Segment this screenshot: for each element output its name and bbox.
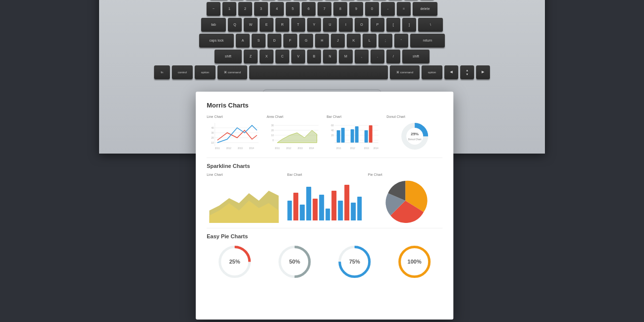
svg-rect-36 — [355, 126, 359, 143]
divider-2 — [207, 228, 442, 228]
spark-bar-8 — [332, 191, 337, 220]
morris-bar-chart-container: Bar Chart 60 40 20 2011 2012 2013 — [326, 115, 382, 153]
key-period: . — [371, 50, 384, 63]
svg-rect-37 — [365, 130, 368, 143]
svg-text:40: 40 — [211, 126, 214, 129]
svg-rect-35 — [351, 129, 354, 143]
sparkline-bar-container: Bar Chart — [287, 173, 362, 223]
sparkline-charts-title: Sparkline Charts — [207, 163, 442, 169]
svg-text:40: 40 — [331, 129, 334, 132]
svg-text:30: 30 — [211, 131, 214, 134]
key-h: H — [315, 34, 329, 48]
keyboard-row-q: tab Q W E R T Y U I O P [ ] \ — [139, 18, 505, 32]
key-backslash: \ — [418, 18, 443, 32]
spark-bar-4 — [306, 187, 311, 220]
key-return: return — [410, 34, 445, 48]
easy-pie-50: 50% — [267, 243, 322, 280]
key-u: U — [323, 18, 337, 32]
svg-text:10: 10 — [271, 134, 274, 137]
key-3: 3 — [254, 2, 268, 16]
svg-text:25%: 25% — [229, 259, 240, 265]
sparkline-charts-grid: Line Chart Bar Chart — [207, 173, 442, 223]
divider-1 — [207, 158, 442, 158]
sparkline-pie-label: Pie Chart — [368, 173, 443, 176]
key-r: R — [275, 18, 289, 32]
svg-rect-33 — [337, 130, 340, 143]
key-option-right: option — [422, 65, 442, 79]
svg-text:2012: 2012 — [226, 147, 232, 150]
svg-rect-38 — [369, 125, 373, 143]
morris-donut-chart: 25% Donut Chart — [386, 120, 442, 153]
svg-marker-21 — [277, 130, 317, 143]
key-p: P — [371, 18, 384, 32]
svg-text:2011: 2011 — [275, 147, 280, 150]
easy-pie-charts-title: Easy Pie Charts — [207, 233, 442, 239]
svg-text:50%: 50% — [289, 259, 300, 265]
sparkline-line-svg — [207, 178, 281, 223]
key-g: G — [299, 34, 313, 48]
easy-pie-25: 25% — [207, 243, 263, 280]
key-backtick: ~ — [207, 2, 220, 16]
key-6: 6 — [302, 2, 316, 16]
key-left: ◄ — [444, 65, 458, 79]
svg-text:2013: 2013 — [238, 147, 243, 150]
keyboard-row-z: shift Z X C V B N M , . / shift — [139, 50, 505, 63]
key-w: W — [244, 18, 258, 32]
key-7: 7 — [318, 2, 331, 16]
key-command-left: ⌘ command — [217, 65, 247, 79]
morris-bar-chart-label: Bar Chart — [326, 115, 382, 118]
svg-text:10: 10 — [211, 141, 214, 144]
key-lshift: shift — [215, 50, 242, 63]
spark-bar-10 — [344, 185, 349, 220]
key-0: 0 — [365, 2, 379, 16]
svg-text:20: 20 — [211, 136, 214, 139]
key-t: T — [291, 18, 305, 32]
sparkline-line-label: Line Chart — [207, 173, 281, 176]
morris-line-chart-svg: 40 30 20 10 2011 2012 2013 2014 — [207, 120, 263, 153]
sparkline-line-container: Line Chart — [207, 173, 281, 223]
key-updown: ▲▼ — [460, 65, 474, 79]
svg-text:0: 0 — [272, 139, 274, 142]
morris-line-chart-container: Line Chart 40 30 20 10 2011 2012 — [207, 115, 263, 153]
key-s: S — [252, 34, 266, 48]
donut-svg: 25% Donut Chart — [397, 120, 432, 153]
key-8: 8 — [333, 2, 347, 16]
key-l: L — [363, 34, 376, 48]
svg-text:2014: 2014 — [249, 147, 255, 150]
keyboard-row-num: ~ 1 2 3 4 5 6 7 8 9 0 - = delete — [139, 2, 505, 16]
key-slash: / — [386, 50, 400, 63]
keyboard: ~ 1 2 3 4 5 6 7 8 9 0 - = delete tab Q W… — [139, 0, 505, 89]
key-delete: delete — [413, 2, 437, 16]
svg-text:2014: 2014 — [309, 147, 315, 150]
key-9: 9 — [349, 2, 363, 16]
key-2: 2 — [238, 2, 252, 16]
key-rbracket: ] — [402, 18, 416, 32]
key-caps: caps lock — [199, 34, 234, 48]
svg-text:20: 20 — [331, 134, 334, 137]
key-fn: fn — [154, 65, 170, 79]
easy-pie-grid: 25% 50% 75% 100% — [207, 243, 442, 280]
key-quote: ' — [394, 34, 408, 48]
svg-rect-34 — [341, 128, 345, 143]
morris-area-chart-label: Area Chart — [267, 115, 322, 118]
morris-charts-grid: Line Chart 40 30 20 10 2011 2012 — [207, 115, 442, 153]
key-minus: - — [381, 2, 395, 16]
sparkline-pie-svg — [383, 178, 428, 223]
key-command-right: ⌘ command — [390, 65, 420, 79]
keyboard-row-a: caps lock A S D F G H J K L ; ' return — [139, 34, 505, 48]
sparkline-pie-container: Pie Chart — [368, 173, 443, 223]
key-equal: = — [397, 2, 411, 16]
spark-bar-5 — [313, 199, 318, 220]
easy-pie-50-svg: 50% — [276, 243, 313, 280]
key-b: B — [307, 50, 321, 63]
key-e: E — [260, 18, 273, 32]
sparkline-bar-chart — [287, 178, 362, 223]
key-comma: , — [355, 50, 369, 63]
key-x: X — [260, 50, 273, 63]
sparkline-bar-label: Bar Chart — [287, 173, 362, 176]
svg-text:2012: 2012 — [286, 147, 292, 150]
key-control: control — [172, 65, 193, 79]
spark-bar-3 — [300, 205, 305, 220]
key-d: D — [268, 34, 281, 48]
svg-text:30: 30 — [271, 124, 274, 127]
